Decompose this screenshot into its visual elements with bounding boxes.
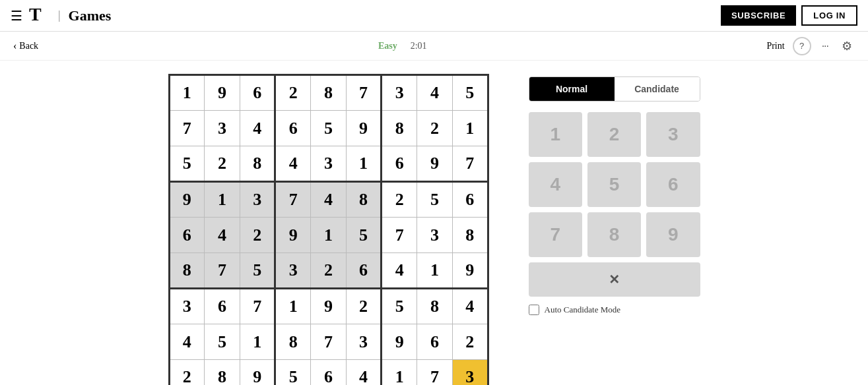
number-button-5[interactable]: 5 [587, 162, 641, 207]
table-row[interactable]: 1 [240, 324, 275, 360]
table-row[interactable]: 9 [417, 146, 453, 182]
table-row[interactable]: 8 [240, 146, 275, 182]
table-row[interactable]: 9 [240, 360, 275, 386]
table-row[interactable]: 4 [240, 111, 275, 146]
table-row[interactable]: 3 [452, 360, 488, 386]
table-row[interactable]: 8 [275, 324, 311, 360]
number-button-4[interactable]: 4 [529, 162, 582, 207]
table-row[interactable]: 2 [382, 182, 417, 218]
table-row[interactable]: 1 [382, 360, 417, 386]
table-row[interactable]: 5 [346, 218, 382, 253]
table-row[interactable]: 2 [417, 111, 453, 146]
table-row[interactable]: 6 [382, 146, 417, 182]
number-button-9[interactable]: 9 [646, 212, 700, 257]
table-row[interactable]: 9 [205, 75, 240, 111]
table-row[interactable]: 2 [452, 324, 488, 360]
table-row[interactable]: 7 [346, 75, 382, 111]
table-row[interactable]: 3 [205, 111, 240, 146]
candidate-mode-button[interactable]: Candidate [615, 77, 700, 101]
back-label[interactable]: Back [19, 41, 38, 51]
table-row[interactable]: 8 [205, 360, 240, 386]
number-button-8[interactable]: 8 [587, 212, 641, 257]
table-row[interactable]: 6 [205, 289, 240, 324]
table-row[interactable]: 5 [240, 253, 275, 289]
number-button-7[interactable]: 7 [529, 212, 582, 257]
table-row[interactable]: 7 [275, 182, 311, 218]
normal-mode-button[interactable]: Normal [529, 77, 615, 101]
table-row[interactable]: 7 [311, 324, 347, 360]
table-row[interactable]: 4 [417, 75, 453, 111]
erase-button[interactable]: ✕ [529, 262, 700, 297]
table-row[interactable]: 1 [417, 253, 453, 289]
table-row[interactable]: 2 [205, 146, 240, 182]
table-row[interactable]: 9 [275, 218, 311, 253]
table-row[interactable]: 9 [382, 324, 417, 360]
table-row[interactable]: 4 [382, 253, 417, 289]
table-row[interactable]: 8 [169, 253, 205, 289]
table-row[interactable]: 5 [169, 146, 205, 182]
table-row[interactable]: 3 [275, 253, 311, 289]
table-row[interactable]: 5 [382, 289, 417, 324]
help-button[interactable]: ? [793, 37, 811, 55]
hamburger-icon[interactable]: ☰ [11, 8, 22, 24]
table-row[interactable]: 8 [417, 289, 453, 324]
table-row[interactable]: 7 [417, 360, 453, 386]
table-row[interactable]: 6 [417, 324, 453, 360]
table-row[interactable]: 6 [452, 182, 488, 218]
table-row[interactable]: 7 [205, 253, 240, 289]
table-row[interactable]: 4 [275, 146, 311, 182]
table-row[interactable]: 6 [346, 253, 382, 289]
table-row[interactable]: 1 [311, 218, 347, 253]
table-row[interactable]: 5 [311, 111, 347, 146]
table-row[interactable]: 7 [240, 289, 275, 324]
table-row[interactable]: 2 [346, 289, 382, 324]
settings-button[interactable]: ⚙ [839, 36, 855, 56]
table-row[interactable]: 6 [311, 360, 347, 386]
number-button-1[interactable]: 1 [529, 112, 582, 157]
table-row[interactable]: 1 [452, 111, 488, 146]
table-row[interactable]: 9 [452, 253, 488, 289]
table-row[interactable]: 3 [417, 218, 453, 253]
table-row[interactable]: 4 [169, 324, 205, 360]
table-row[interactable]: 5 [205, 324, 240, 360]
number-button-2[interactable]: 2 [587, 112, 641, 157]
table-row[interactable]: 8 [311, 75, 347, 111]
table-row[interactable]: 5 [452, 75, 488, 111]
table-row[interactable]: 9 [169, 182, 205, 218]
table-row[interactable]: 6 [240, 75, 275, 111]
table-row[interactable]: 8 [346, 182, 382, 218]
table-row[interactable]: 7 [452, 146, 488, 182]
print-button[interactable]: Print [766, 41, 784, 51]
table-row[interactable]: 2 [240, 218, 275, 253]
table-row[interactable]: 3 [240, 182, 275, 218]
login-button[interactable]: LOG IN [801, 5, 857, 26]
table-row[interactable]: 5 [417, 182, 453, 218]
table-row[interactable]: 2 [275, 75, 311, 111]
table-row[interactable]: 7 [382, 218, 417, 253]
table-row[interactable]: 2 [311, 253, 347, 289]
number-button-6[interactable]: 6 [646, 162, 700, 207]
table-row[interactable]: 3 [169, 289, 205, 324]
table-row[interactable]: 1 [169, 75, 205, 111]
table-row[interactable]: 1 [205, 182, 240, 218]
table-row[interactable]: 3 [311, 146, 347, 182]
table-row[interactable]: 8 [382, 111, 417, 146]
number-button-3[interactable]: 3 [646, 112, 700, 157]
table-row[interactable]: 3 [382, 75, 417, 111]
table-row[interactable]: 7 [169, 111, 205, 146]
table-row[interactable]: 9 [346, 111, 382, 146]
table-row[interactable]: 3 [346, 324, 382, 360]
table-row[interactable]: 4 [452, 289, 488, 324]
back-nav[interactable]: ‹ Back [13, 40, 38, 52]
table-row[interactable]: 2 [169, 360, 205, 386]
table-row[interactable]: 4 [311, 182, 347, 218]
table-row[interactable]: 6 [275, 111, 311, 146]
table-row[interactable]: 9 [311, 289, 347, 324]
table-row[interactable]: 5 [275, 360, 311, 386]
subscribe-button[interactable]: SUBSCRIBE [721, 5, 796, 26]
table-row[interactable]: 4 [346, 360, 382, 386]
more-options-button[interactable]: ··· [819, 38, 831, 55]
table-row[interactable]: 4 [205, 218, 240, 253]
auto-candidate-checkbox[interactable] [529, 305, 539, 315]
table-row[interactable]: 1 [346, 146, 382, 182]
